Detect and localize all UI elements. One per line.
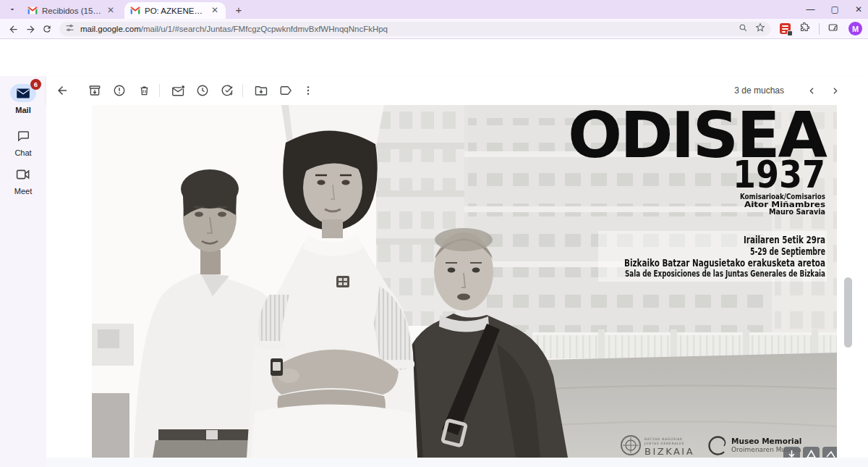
window-controls: — ▢ ✕	[807, 0, 862, 19]
extension-badge	[787, 30, 793, 36]
label-icon[interactable]	[277, 82, 294, 99]
rail-item-mail[interactable]: 6 Mail	[0, 84, 46, 114]
meet-camera-icon	[16, 169, 30, 180]
tab-close-icon[interactable]: ✕	[210, 6, 220, 16]
new-tab-button[interactable]: +	[233, 4, 244, 16]
email-body: ODISEA 1937 Komisarioak/Comisarios Aitor…	[46, 105, 868, 467]
org1-line1: BATZAR NAGUSIAK	[644, 437, 683, 441]
divider	[159, 84, 160, 97]
url-bar[interactable]: mail.google.com/mail/u/1/#search/Juntas/…	[59, 22, 771, 36]
chat-icon	[17, 130, 30, 143]
red-extension-icon[interactable]	[780, 23, 791, 34]
url-text: mail.google.com/mail/u/1/#search/Juntas/…	[80, 25, 388, 33]
org2-name: Museo Memorial	[731, 437, 801, 445]
bookmark-star-icon[interactable]	[755, 22, 765, 35]
extensions-area: M	[780, 22, 868, 35]
newer-email-chevron-icon[interactable]	[803, 82, 820, 99]
reload-icon[interactable]	[40, 22, 54, 36]
image-hover-actions[interactable]	[783, 447, 837, 458]
org1-line2: JUNTAS GENERALES	[644, 442, 684, 445]
gmail-favicon-icon	[27, 7, 38, 14]
mark-unread-icon[interactable]	[169, 82, 187, 99]
extensions-puzzle-icon[interactable]	[799, 22, 810, 35]
add-to-tasks-icon[interactable]	[218, 82, 236, 99]
tab-title: PO: AZKENENGO EGUNAK BIZK	[145, 7, 205, 15]
email-toolbar: 3 de muchas	[46, 76, 868, 105]
poster-year: 1937	[733, 153, 825, 196]
divider	[242, 84, 243, 97]
zoom-icon[interactable]	[739, 22, 748, 35]
poster-dates-eu: Irailaren 5etik 29ra	[744, 234, 825, 245]
email-counter: 3 de muchas	[734, 85, 784, 96]
snooze-icon[interactable]	[194, 82, 211, 99]
tab-strip: Recibidos (150.106) - matxalen ✕ PO: AZK…	[0, 0, 868, 19]
gmail-header: Gmail Juntas Ausente	[0, 39, 868, 76]
browser-window: Recibidos (150.106) - matxalen ✕ PO: AZK…	[0, 0, 868, 467]
archive-icon[interactable]	[86, 82, 103, 99]
mail-icon	[16, 88, 30, 99]
move-to-icon[interactable]	[252, 82, 270, 99]
poster-venue-es: Sala de Exposiciones de las Juntas Gener…	[625, 268, 825, 279]
window-maximize-button[interactable]: ▢	[831, 5, 839, 14]
scrollbar-thumb[interactable]	[844, 277, 852, 348]
back-to-list-icon[interactable]	[54, 82, 71, 99]
poster-dates-es: 5-29 de Septiembre	[750, 245, 825, 257]
chrome-toolbar: mail.google.com/mail/u/1/#search/Juntas/…	[0, 19, 868, 39]
org1-name: BIZKAIA	[644, 446, 694, 457]
divider	[819, 23, 820, 35]
rail-item-meet[interactable]: Meet	[0, 165, 46, 195]
window-minimize-button[interactable]: —	[807, 5, 815, 14]
poster-curator-2: Mauro Saravia	[769, 207, 825, 216]
gmail-left-rail: 6 Mail Chat Meet	[0, 76, 46, 467]
rail-item-chat[interactable]: Chat	[0, 127, 46, 157]
more-options-kebab-icon[interactable]	[299, 82, 317, 99]
site-settings-icon[interactable]	[65, 22, 75, 35]
tab-search-chevron-icon[interactable]	[6, 4, 19, 15]
delete-icon[interactable]	[135, 82, 153, 99]
gmail-favicon-icon	[130, 7, 140, 14]
tab-recibidos[interactable]: Recibidos (150.106) - matxalen ✕	[22, 2, 122, 19]
report-spam-icon[interactable]	[111, 82, 128, 99]
tab-title: Recibidos (150.106) - matxalen	[42, 7, 101, 15]
poster-venue-eu: Bizkaiko Batzar Nagusietako erakusketa a…	[624, 257, 825, 269]
tab-active-email[interactable]: PO: AZKENENGO EGUNAK BIZK ✕	[124, 2, 226, 19]
older-email-chevron-icon[interactable]	[826, 82, 843, 99]
tab-close-icon[interactable]: ✕	[106, 6, 116, 16]
forward-icon[interactable]	[23, 22, 38, 36]
attachment-poster-image[interactable]: ODISEA 1937 Komisarioak/Comisarios Aitor…	[92, 105, 837, 458]
back-icon[interactable]	[6, 22, 20, 36]
unread-badge: 6	[30, 79, 41, 90]
window-close-button[interactable]: ✕	[855, 5, 862, 14]
odisea-poster: ODISEA 1937 Komisarioak/Comisarios Aitor…	[92, 105, 837, 458]
media-controls-icon[interactable]	[828, 22, 840, 35]
page-background-strip	[46, 458, 868, 467]
chrome-profile-avatar[interactable]: M	[848, 22, 862, 35]
